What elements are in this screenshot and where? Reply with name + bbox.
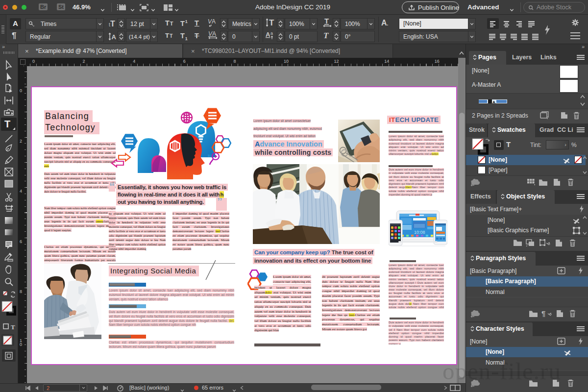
svg-text:T: T: [269, 18, 274, 27]
svg-text:A: A: [111, 33, 116, 41]
svg-text:A: A: [266, 31, 270, 38]
svg-text:¶: ¶: [541, 310, 545, 318]
svg-text:T: T: [11, 323, 15, 330]
svg-text:A: A: [212, 18, 216, 25]
svg-text:10:08: 10:08: [414, 230, 425, 235]
svg-text:a: a: [270, 31, 273, 36]
svg-text:A: A: [212, 31, 216, 37]
svg-text:T: T: [324, 18, 329, 25]
svg-text:A: A: [492, 100, 495, 104]
